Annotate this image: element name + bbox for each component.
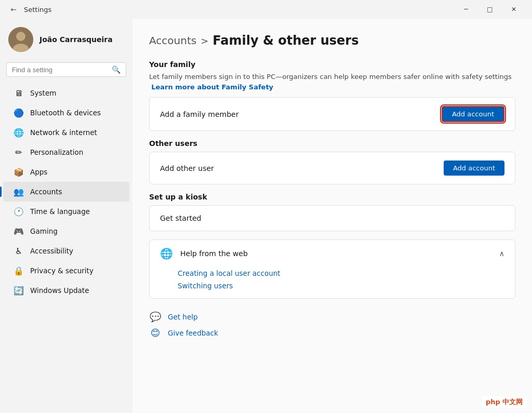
sidebar-item-accessibility[interactable]: ♿ Accessibility	[3, 241, 129, 261]
search-input[interactable]	[12, 66, 108, 74]
sidebar-item-network[interactable]: 🌐 Network & internet	[3, 123, 129, 142]
sidebar-item-label: Accessibility	[30, 247, 73, 255]
minimize-icon: ─	[464, 6, 468, 13]
help-card: 🌐 Help from the web ∧ Creating a local u…	[149, 239, 515, 299]
privacy-icon: 🔒	[14, 265, 24, 276]
username: João Carrasqueira	[39, 35, 113, 44]
help-header[interactable]: 🌐 Help from the web ∧	[150, 240, 515, 267]
other-users-title: Other users	[149, 139, 515, 148]
sidebar-item-personalization[interactable]: ✏️ Personalization	[3, 142, 129, 162]
get-help-icon: 💬	[149, 311, 162, 322]
accounts-icon: 👥	[14, 186, 24, 197]
sidebar-item-privacy[interactable]: 🔒 Privacy & security	[3, 261, 129, 281]
breadcrumb-current: Family & other users	[212, 33, 358, 48]
sidebar-item-bluetooth[interactable]: 🔵 Bluetooth & devices	[3, 103, 129, 123]
your-family-desc: Let family members sign in to this PC—or…	[149, 72, 515, 92]
add-family-member-label: Add a family member	[160, 110, 238, 118]
windows-update-icon: 🔄	[14, 285, 24, 296]
sidebar: João Carrasqueira 🔍 🖥 System 🔵 Bluetooth…	[0, 19, 132, 413]
settings-window: ← Settings ─ □ ✕	[0, 0, 532, 413]
add-other-user-card: Add other user Add account	[149, 152, 515, 184]
time-icon: 🕐	[14, 206, 24, 217]
sidebar-item-accounts[interactable]: 👥 Accounts	[3, 182, 129, 202]
close-icon: ✕	[511, 6, 516, 13]
add-family-member-row: Add a family member Add account	[150, 98, 515, 130]
close-button[interactable]: ✕	[502, 1, 526, 18]
accessibility-icon: ♿	[14, 246, 24, 256]
avatar	[8, 27, 33, 52]
maximize-icon: □	[487, 6, 493, 13]
kiosk-card: Get started	[149, 205, 515, 231]
back-button[interactable]: ←	[6, 2, 21, 17]
watermark: php 中文网	[482, 396, 527, 408]
back-icon: ←	[10, 5, 17, 14]
kiosk-title: Set up a kiosk	[149, 193, 515, 201]
add-other-account-button[interactable]: Add account	[444, 161, 504, 176]
add-family-account-button[interactable]: Add account	[442, 106, 504, 122]
chevron-up-icon: ∧	[499, 249, 504, 258]
minimize-button[interactable]: ─	[454, 1, 478, 18]
sidebar-item-label: Network & internet	[30, 128, 97, 137]
watermark-brand: php	[486, 398, 500, 406]
sidebar-item-label: Windows Update	[30, 286, 89, 295]
svg-point-1	[16, 32, 25, 41]
footer-links: 💬 Get help 😊 Give feedback	[149, 311, 515, 338]
sidebar-item-gaming[interactable]: 🎮 Gaming	[3, 221, 129, 241]
window-title: Settings	[24, 6, 454, 14]
help-link-1[interactable]: Switching users	[178, 282, 504, 290]
add-other-user-label: Add other user	[160, 164, 214, 172]
kiosk-get-started-label: Get started	[160, 214, 202, 222]
help-header-left: 🌐 Help from the web	[160, 247, 248, 260]
give-feedback-link[interactable]: Give feedback	[168, 329, 218, 337]
family-safety-link[interactable]: Learn more about Family Safety	[151, 83, 273, 91]
get-help-link[interactable]: Get help	[168, 313, 198, 321]
titlebar: ← Settings ─ □ ✕	[0, 0, 532, 19]
sidebar-item-apps[interactable]: 📦 Apps	[3, 162, 129, 182]
sidebar-item-label: Time & language	[30, 207, 90, 216]
get-help-row: 💬 Get help	[149, 311, 515, 322]
breadcrumb-separator: >	[201, 35, 208, 46]
your-family-title: Your family	[149, 60, 515, 69]
sidebar-item-label: Accounts	[30, 188, 62, 196]
give-feedback-icon: 😊	[149, 327, 162, 338]
search-box[interactable]: 🔍	[6, 62, 126, 77]
sidebar-item-label: Apps	[30, 168, 47, 176]
give-feedback-row: 😊 Give feedback	[149, 327, 515, 338]
sidebar-item-time[interactable]: 🕐 Time & language	[3, 202, 129, 221]
breadcrumb: Accounts > Family & other users	[149, 33, 515, 48]
help-link-0[interactable]: Creating a local user account	[178, 269, 504, 277]
sidebar-item-label: Personalization	[30, 148, 83, 156]
sidebar-nav: 🖥 System 🔵 Bluetooth & devices 🌐 Network…	[0, 83, 132, 407]
family-desc-text: Let family members sign in to this PC—or…	[149, 73, 512, 81]
apps-icon: 📦	[14, 167, 24, 177]
sidebar-item-label: Privacy & security	[30, 267, 94, 275]
gaming-icon: 🎮	[14, 226, 24, 236]
add-other-user-row: Add other user Add account	[150, 152, 515, 184]
maximize-button[interactable]: □	[478, 1, 502, 18]
network-icon: 🌐	[14, 127, 24, 138]
bluetooth-icon: 🔵	[14, 108, 24, 118]
watermark-suffix: 中文网	[502, 398, 523, 406]
sidebar-item-label: Gaming	[30, 227, 58, 235]
user-profile[interactable]: João Carrasqueira	[0, 19, 132, 62]
main-layout: João Carrasqueira 🔍 🖥 System 🔵 Bluetooth…	[0, 19, 532, 413]
help-title: Help from the web	[180, 249, 248, 258]
sidebar-item-windows-update[interactable]: 🔄 Windows Update	[3, 281, 129, 300]
breadcrumb-parent[interactable]: Accounts	[149, 34, 196, 47]
sidebar-item-system[interactable]: 🖥 System	[3, 83, 129, 103]
content-area: Accounts > Family & other users Your fam…	[132, 19, 532, 413]
window-controls: ─ □ ✕	[454, 1, 526, 18]
sidebar-item-label: Bluetooth & devices	[30, 109, 101, 117]
help-body: Creating a local user account Switching …	[150, 267, 515, 298]
add-family-member-card: Add a family member Add account	[149, 97, 515, 131]
search-icon: 🔍	[112, 65, 121, 74]
personalization-icon: ✏️	[14, 147, 24, 157]
system-icon: 🖥	[14, 88, 24, 98]
sidebar-item-label: System	[30, 89, 56, 97]
help-web-icon: 🌐	[160, 247, 173, 260]
